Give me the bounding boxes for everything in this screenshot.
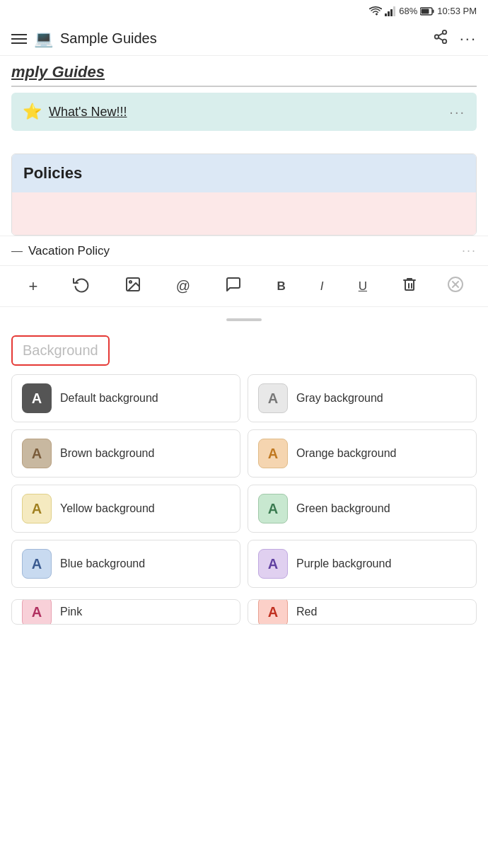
- svg-point-13: [129, 281, 132, 283]
- bg-name-orange: Orange background: [296, 446, 396, 461]
- svg-rect-6: [422, 8, 429, 13]
- wifi-icon: [369, 6, 382, 16]
- more-options-button[interactable]: ···: [460, 30, 477, 48]
- svg-line-11: [438, 33, 443, 36]
- whats-new-card[interactable]: ⭐ What's New!!! ···: [11, 93, 477, 131]
- bg-icon-green: A: [258, 494, 288, 523]
- bg-icon-brown: A: [22, 439, 52, 468]
- background-panel: Background A Default background A Gray b…: [0, 327, 488, 630]
- formatting-toolbar: + @ B I U: [0, 265, 488, 307]
- bg-icon-red: A: [258, 599, 288, 625]
- bg-name-purple: Purple background: [296, 557, 391, 572]
- bg-item-blue[interactable]: A Blue background: [11, 540, 240, 588]
- whats-new-left: ⭐ What's New!!!: [23, 103, 127, 121]
- background-grid: A Default background A Gray background A…: [11, 374, 477, 599]
- bg-item-red[interactable]: A Red: [248, 599, 477, 625]
- delete-button[interactable]: [397, 273, 422, 299]
- vacation-more[interactable]: ···: [462, 243, 477, 258]
- bg-icon-purple: A: [258, 549, 288, 579]
- bold-button[interactable]: B: [272, 277, 289, 296]
- bg-item-default[interactable]: A Default background: [11, 374, 240, 422]
- whats-new-more[interactable]: ···: [449, 104, 465, 120]
- bg-item-purple[interactable]: A Purple background: [248, 540, 477, 588]
- bg-partial-row: A Pink A Red: [11, 599, 477, 630]
- underline-button[interactable]: U: [354, 277, 371, 296]
- menu-button[interactable]: [11, 34, 27, 44]
- svg-rect-5: [433, 9, 434, 13]
- vacation-policy-row[interactable]: — Vacation Policy ···: [0, 236, 488, 265]
- policies-section: Policies: [0, 154, 488, 236]
- bg-name-pink: Pink: [60, 605, 82, 620]
- bg-name-gray: Gray background: [296, 391, 383, 406]
- bg-item-yellow[interactable]: A Yellow background: [11, 485, 240, 533]
- bg-name-red: Red: [296, 605, 317, 620]
- rotate-button[interactable]: [69, 273, 94, 299]
- bg-name-default: Default background: [60, 391, 158, 406]
- bg-icon-yellow: A: [22, 494, 52, 523]
- bg-name-blue: Blue background: [60, 557, 145, 572]
- image-button[interactable]: [120, 273, 146, 299]
- policies-title: Policies: [23, 164, 82, 182]
- svg-line-10: [438, 37, 443, 40]
- bg-name-yellow: Yellow background: [60, 502, 155, 516]
- bg-icon-gray: A: [258, 383, 288, 413]
- bg-item-brown[interactable]: A Brown background: [11, 429, 240, 478]
- bg-item-orange[interactable]: A Orange background: [248, 429, 477, 478]
- background-label: Background: [23, 342, 98, 358]
- app-header: 💻 Sample Guides ···: [0, 22, 488, 56]
- bg-icon-blue: A: [22, 549, 52, 579]
- bg-icon-pink: A: [22, 599, 52, 625]
- header-title: Sample Guides: [60, 30, 157, 47]
- signal-icon: [385, 6, 396, 16]
- policies-subcard: [12, 192, 476, 235]
- svg-rect-0: [385, 13, 387, 16]
- drag-handle: [0, 307, 488, 327]
- vacation-left: — Vacation Policy: [11, 244, 110, 258]
- dash-icon: —: [11, 245, 23, 257]
- header-right: ···: [433, 29, 477, 48]
- whats-new-title: What's New!!!: [49, 105, 127, 120]
- bg-icon-default: A: [22, 383, 52, 413]
- content-area: mply Guides ⭐ What's New!!! ··· Policies…: [0, 56, 488, 265]
- svg-rect-3: [393, 6, 395, 16]
- battery-icon: [420, 7, 434, 16]
- bg-item-green[interactable]: A Green background: [248, 485, 477, 533]
- bg-icon-orange: A: [258, 439, 288, 468]
- bg-item-gray[interactable]: A Gray background: [248, 374, 477, 422]
- policies-card: Policies: [11, 154, 477, 236]
- bg-name-green: Green background: [296, 502, 390, 516]
- svg-rect-1: [388, 11, 390, 16]
- guide-section-top: mply Guides ⭐ What's New!!! ···: [0, 56, 488, 131]
- add-button[interactable]: +: [25, 274, 42, 299]
- time-display: 10:53 PM: [437, 6, 477, 16]
- background-label-wrapper: Background: [11, 335, 110, 366]
- policies-header: Policies: [12, 154, 476, 192]
- close-button[interactable]: [448, 277, 463, 296]
- bg-item-pink[interactable]: A Pink: [11, 599, 240, 625]
- bg-name-brown: Brown background: [60, 446, 154, 461]
- svg-rect-2: [390, 9, 393, 16]
- comment-button[interactable]: [221, 273, 246, 299]
- mention-button[interactable]: @: [172, 275, 194, 297]
- header-left: 💻 Sample Guides: [11, 30, 433, 48]
- battery-percent: 68%: [399, 6, 417, 16]
- star-icon: ⭐: [23, 103, 42, 121]
- laptop-icon: 💻: [34, 30, 53, 48]
- italic-button[interactable]: I: [316, 277, 328, 296]
- vacation-title: Vacation Policy: [28, 244, 110, 258]
- guide-header-partial: mply Guides: [11, 56, 477, 87]
- share-button[interactable]: [433, 29, 448, 48]
- status-bar: 68% 10:53 PM: [0, 0, 488, 22]
- status-icons: 68% 10:53 PM: [369, 6, 477, 16]
